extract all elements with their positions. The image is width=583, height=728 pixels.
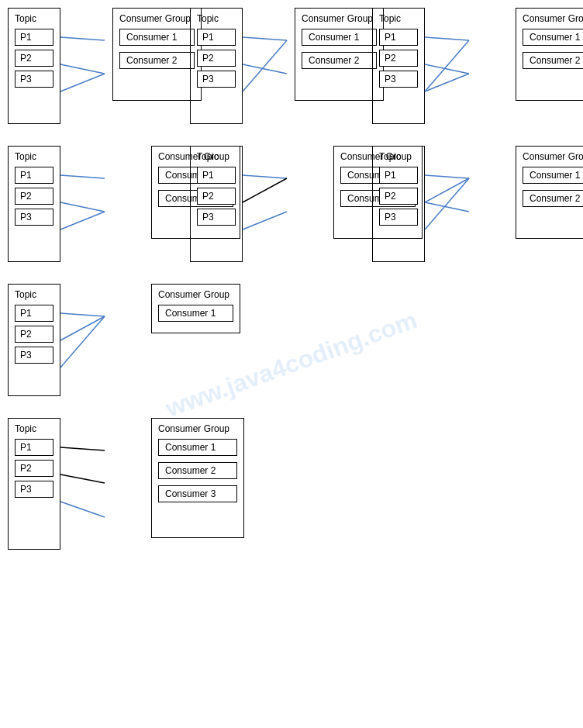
diagram-4: Topic P1 P2 P3 Consumer Group Consumer 1… (8, 146, 174, 270)
svg-line-23 (60, 447, 105, 450)
svg-line-9 (425, 74, 469, 91)
row-4: Topic P1 P2 P3 Consumer Group Consumer 1… (8, 418, 575, 561)
svg-line-24 (60, 474, 105, 483)
partition-p3: P3 (15, 209, 53, 226)
topic-label-4: Topic (15, 151, 53, 162)
row-2: Topic P1 P2 P3 Consumer Group Consumer 1… (8, 146, 575, 270)
consumer-group-8: Consumer Group Consumer 1 Consumer 2 Con… (151, 418, 244, 538)
topic-label-3: Topic (379, 13, 418, 24)
diagram-6: Topic P1 P2 P3 Consumer Group Consumer 1… (372, 146, 543, 270)
consumer-8-1: Consumer 1 (158, 439, 237, 456)
topic-label-1: Topic (15, 13, 53, 24)
partition-p2: P2 (15, 460, 53, 477)
svg-line-12 (60, 212, 105, 229)
partition-p2: P2 (197, 50, 236, 67)
svg-line-10 (60, 175, 105, 178)
cg-label-6: Consumer Group (523, 151, 583, 162)
svg-line-25 (60, 502, 105, 517)
svg-line-3 (243, 37, 287, 40)
partition-p1: P1 (15, 167, 53, 184)
consumer-group-7: Consumer Group Consumer 1 (151, 284, 240, 333)
consumer-3-2: Consumer 2 (523, 52, 583, 69)
partition-p1: P1 (379, 29, 418, 46)
diagram-5: Topic P1 P2 P3 Consumer Group Consumer 1… (190, 146, 357, 270)
consumer-group-1: Consumer Group Consumer 1 Consumer 2 (112, 8, 202, 101)
partition-p1: P1 (15, 305, 53, 322)
row-3: Topic P1 P2 P3 Consumer Group Consumer 1 (8, 284, 575, 404)
row-1: Topic P1 P2 P3 Consumer Group Consumer 1… (8, 8, 575, 132)
topic-box-7: Topic P1 P2 P3 (8, 284, 60, 396)
topic-label-8: Topic (15, 423, 53, 434)
svg-line-1 (60, 64, 105, 74)
cg-label-3: Consumer Group (523, 13, 583, 24)
svg-line-22 (60, 316, 105, 367)
svg-line-6 (425, 37, 469, 40)
svg-line-4 (243, 64, 287, 74)
cg-label-2: Consumer Group (302, 13, 377, 24)
partition-p3: P3 (15, 347, 53, 364)
partition-p2: P2 (379, 188, 418, 205)
svg-line-21 (60, 316, 105, 340)
diagram-2: Topic P1 P2 P3 Consumer Group Consumer 1… (190, 8, 357, 132)
partition-p2: P2 (197, 188, 236, 205)
consumer-6-2: Consumer 2 (523, 190, 583, 207)
cg-label-8: Consumer Group (158, 423, 237, 434)
partition-p3: P3 (15, 71, 53, 88)
partition-p1: P1 (15, 439, 53, 456)
consumer-group-6: Consumer Group Consumer 1 Consumer 2 (516, 146, 583, 239)
svg-line-18 (425, 178, 469, 229)
diagram-1: Topic P1 P2 P3 Consumer Group Consumer 1… (8, 8, 174, 132)
svg-line-13 (243, 175, 287, 178)
consumer-6-1: Consumer 1 (523, 167, 583, 184)
consumer-7-1: Consumer 1 (158, 305, 233, 322)
topic-box-4: Topic P1 P2 P3 (8, 146, 60, 262)
topic-label-5: Topic (197, 151, 236, 162)
consumer-1-2: Consumer 2 (119, 52, 195, 69)
partition-p1: P1 (197, 167, 236, 184)
consumer-2-1: Consumer 1 (302, 29, 377, 46)
consumer-group-2: Consumer Group Consumer 1 Consumer 2 (295, 8, 384, 101)
svg-line-15 (243, 212, 287, 229)
consumer-group-3: Consumer Group Consumer 1 Consumer 2 (516, 8, 583, 101)
partition-p3: P3 (15, 481, 53, 498)
svg-line-19 (425, 178, 469, 202)
partition-p2: P2 (15, 326, 53, 343)
topic-box-3: Topic P1 P2 P3 (372, 8, 425, 124)
svg-line-14 (243, 178, 287, 202)
svg-line-20 (60, 313, 105, 316)
diagram-8: Topic P1 P2 P3 Consumer Group Consumer 1… (8, 418, 186, 561)
partition-p2: P2 (15, 50, 53, 67)
partition-p1: P1 (197, 29, 236, 46)
svg-line-0 (60, 37, 105, 40)
partition-p3: P3 (197, 71, 236, 88)
diagram-7: Topic P1 P2 P3 Consumer Group Consumer 1 (8, 284, 174, 404)
partition-p1: P1 (379, 167, 418, 184)
svg-line-16 (425, 175, 469, 178)
consumer-2-2: Consumer 2 (302, 52, 377, 69)
topic-box-1: Topic P1 P2 P3 (8, 8, 60, 124)
svg-line-7 (425, 64, 469, 74)
consumer-8-3: Consumer 3 (158, 485, 237, 502)
svg-line-2 (60, 74, 105, 91)
partition-p1: P1 (15, 29, 53, 46)
topic-label-6: Topic (379, 151, 418, 162)
consumer-1-1: Consumer 1 (119, 29, 195, 46)
consumer-3-1: Consumer 1 (523, 29, 583, 46)
topic-label-2: Topic (197, 13, 236, 24)
svg-line-8 (425, 40, 469, 91)
svg-line-17 (425, 202, 469, 212)
partition-p3: P3 (197, 209, 236, 226)
cg-label-7: Consumer Group (158, 289, 233, 300)
topic-label-7: Topic (15, 289, 53, 300)
cg-label-1: Consumer Group (119, 13, 195, 24)
svg-line-5 (243, 40, 287, 91)
consumer-8-2: Consumer 2 (158, 462, 237, 479)
partition-p3: P3 (379, 71, 418, 88)
topic-box-2: Topic P1 P2 P3 (190, 8, 243, 124)
partition-p3: P3 (379, 209, 418, 226)
topic-box-5: Topic P1 P2 P3 (190, 146, 243, 262)
partition-p2: P2 (379, 50, 418, 67)
topic-box-6: Topic P1 P2 P3 (372, 146, 425, 262)
topic-box-8: Topic P1 P2 P3 (8, 418, 60, 550)
svg-line-11 (60, 202, 105, 212)
